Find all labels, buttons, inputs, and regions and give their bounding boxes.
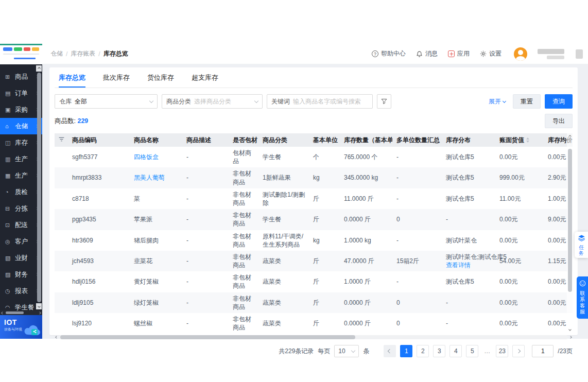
page-button-2[interactable]: 2 [417, 345, 429, 357]
sidebar: ⊞商品▤订单▣采购⌂仓储◫库存▥生产▦生产◔质检⊟分拣⊡配送◎客户▧业财▨财务◷… [0, 44, 42, 339]
page-size-select[interactable]: 10 [334, 345, 359, 357]
table-vertical-scrollbar[interactable] [567, 133, 573, 334]
breadcrumb-item[interactable]: 仓储 [50, 49, 63, 58]
sort-icons[interactable] [526, 137, 529, 143]
cell-dist: 测试叶菜仓;测试仓库5查看详情 [442, 251, 495, 271]
page-button-4[interactable]: 4 [449, 345, 462, 357]
orders-icon: ▤ [5, 90, 13, 97]
warehouse-select[interactable]: 仓库 全部 [55, 94, 158, 109]
cell-name: 绿灯笼椒 [130, 292, 182, 313]
cell-name: 猪后腿肉 [130, 230, 182, 251]
keyword-input[interactable] [293, 98, 368, 105]
cloud-share-icon [23, 323, 41, 337]
tab-overdraft[interactable]: 超支库存 [192, 67, 218, 88]
cell-qty: 0.0000 斤 [340, 209, 392, 230]
cell-unit: 个 [309, 147, 340, 167]
breadcrumb-item[interactable]: 库存账表 [71, 49, 95, 58]
scroll-down-icon[interactable] [568, 328, 572, 332]
sidebar-item-label: 分拣 [15, 204, 36, 213]
sidebar-item-customers[interactable]: ◎客户 [0, 233, 42, 250]
next-page-button[interactable] [512, 345, 525, 357]
scroll-up-icon[interactable] [568, 135, 572, 138]
column-header-label: 库存分布 [446, 136, 471, 145]
tab-batch[interactable]: 批次库存 [103, 67, 130, 88]
reset-button[interactable]: 重置 [513, 94, 541, 109]
tasks-label: 任务 [578, 245, 584, 256]
tasks-widget[interactable]: 任务 [575, 232, 588, 258]
page-button-3[interactable]: 3 [433, 345, 445, 357]
table-row: hmrpt3833黑美人葡萄-非包材商品1新鲜蔬果kg345.0000 kg-测… [55, 167, 573, 188]
page-jump-input[interactable] [532, 345, 554, 357]
scroll-right-icon[interactable] [569, 336, 572, 339]
view-detail-link[interactable]: 查看详情 [446, 261, 491, 269]
column-header[interactable]: 库存数量（基本单位） [340, 133, 392, 147]
sidebar-item-inventory[interactable]: ◫库存 [0, 134, 42, 151]
product-name-link[interactable]: 黑美人葡萄 [134, 174, 165, 181]
scroll-left-icon[interactable] [55, 336, 58, 339]
keyword-field[interactable]: 关键词 [267, 94, 373, 109]
export-button[interactable]: 导出 [545, 114, 573, 128]
sidebar-item-production-1[interactable]: ▥生产 [0, 151, 42, 167]
cell-pack: 非包材商品 [229, 251, 258, 271]
sidebar-scroll-down-icon[interactable] [36, 303, 42, 309]
page-button-5[interactable]: 5 [466, 345, 478, 357]
expand-button[interactable]: 展开 [489, 97, 506, 106]
sidebar-item-reports[interactable]: ◷报表 [0, 283, 42, 299]
sidebar-scroll-up-icon[interactable] [36, 65, 42, 72]
column-settings-icon[interactable] [55, 133, 68, 147]
column-header[interactable]: 账面货值 [495, 133, 544, 147]
product-name-link[interactable]: 四格饭盒 [134, 153, 159, 161]
vscroll-thumb[interactable] [568, 149, 572, 292]
sidebar-item-delivery[interactable]: ⊡配送 [0, 217, 42, 233]
sidebar-hscroll-thumb[interactable] [6, 311, 24, 314]
avatar[interactable] [514, 47, 527, 61]
sidebar-item-label: 生产 [15, 171, 36, 180]
production-1-icon: ▥ [5, 156, 13, 163]
topbar-actions: 帮助中心 消息 应用 设置 [372, 47, 583, 61]
table-row: hdlj0156黄灯笼椒-非包材商品蔬菜类斤1.0000 斤-测试仓库50.00… [55, 271, 573, 292]
cell-name: 螺丝椒 [130, 313, 182, 334]
cell-pack: 非包材商品 [229, 209, 258, 230]
table-horizontal-scrollbar[interactable] [55, 335, 573, 340]
dist-value: 测试仓库5 [446, 153, 491, 161]
sidebar-item-label: 业财 [15, 254, 36, 263]
sidebar-item-quality[interactable]: ◔质检 [0, 184, 42, 200]
page-button-23[interactable]: 23 [496, 345, 508, 357]
cell-value: 0.00元 [495, 209, 544, 230]
user-name-blurred [538, 49, 564, 59]
cell-value: 0.00元 [495, 313, 544, 334]
sidebar-item-finance[interactable]: ▨财务 [0, 266, 42, 283]
sidebar-item-purchase[interactable]: ▣采购 [0, 101, 42, 118]
scroll-left-icon[interactable] [1, 311, 4, 315]
sidebar-item-label: 生产 [15, 155, 36, 164]
sidebar-item-sorting[interactable]: ⊟分拣 [0, 200, 42, 217]
tab-overview[interactable]: 库存总览 [59, 67, 85, 88]
cell-cat: 学生餐 [258, 209, 309, 230]
sidebar-horizontal-scrollbar[interactable] [0, 310, 42, 315]
filter-funnel-button[interactable] [377, 94, 391, 109]
page-button-1[interactable]: 1 [400, 345, 412, 357]
sidebar-scrollbar-thumb[interactable] [37, 73, 41, 302]
apps-button[interactable]: 应用 [448, 49, 470, 58]
contact-service-widget[interactable]: 联系客服 [577, 276, 588, 319]
sidebar-item-production-2[interactable]: ▦生产 [0, 167, 42, 184]
warehouse-icon: ⌂ [5, 123, 13, 129]
sidebar-item-biz-finance[interactable]: ▧业财 [0, 250, 42, 266]
sidebar-item-warehouse[interactable]: ⌂仓储 [0, 118, 42, 134]
sidebar-item-orders[interactable]: ▤订单 [0, 85, 42, 101]
tab-location[interactable]: 货位库存 [147, 67, 174, 88]
help-center-button[interactable]: 帮助中心 [372, 49, 406, 58]
category-select[interactable]: 商品分类 选择商品分类 [162, 94, 263, 109]
dist-value: 测试仓库5 [446, 195, 491, 203]
prev-page-button[interactable] [384, 345, 396, 357]
scroll-right-icon[interactable] [38, 311, 41, 315]
biz-finance-icon: ▧ [5, 255, 13, 262]
messages-button[interactable]: 消息 [416, 49, 438, 58]
hscroll-thumb[interactable] [60, 335, 355, 339]
search-button[interactable]: 查询 [545, 94, 573, 109]
column-header-label: 账面货值 [499, 136, 524, 145]
cell-code: jch4593 [68, 251, 130, 271]
per-page-unit: 条 [363, 347, 369, 356]
page: ⊞商品▤订单▣采购⌂仓储◫库存▥生产▦生产◔质检⊟分拣⊡配送◎客户▧业财▨财务◷… [0, 0, 588, 382]
settings-button[interactable]: 设置 [480, 49, 501, 58]
